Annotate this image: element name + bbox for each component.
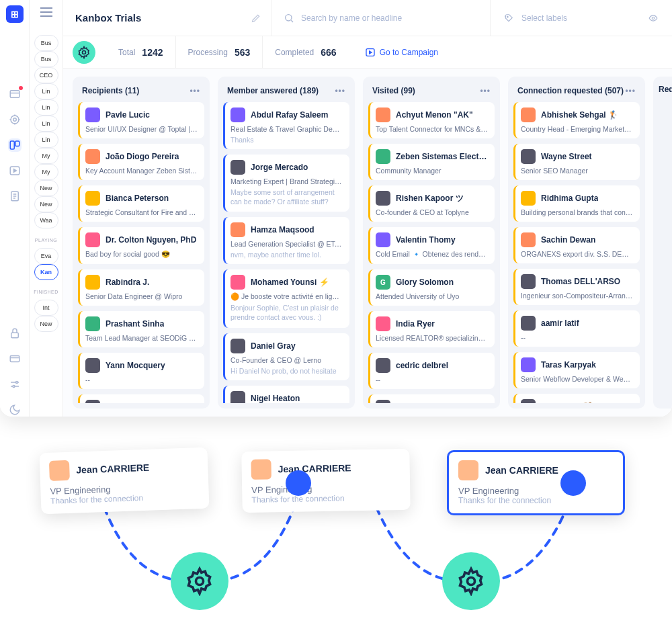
stat-processing: Processing563 [176,36,263,68]
svg-point-14 [83,50,86,54]
document-icon[interactable] [8,189,22,203]
person-card[interactable]: Abdul Rafay SaleemReal Estate & Travel G… [223,102,349,149]
campaign-list: BusBusCEOLinLinLinLinMyMyNewNewWaa PLAYI… [30,0,63,417]
column-menu-icon[interactable]: ••• [190,86,200,95]
finished-label: FINISHED [34,290,58,294]
svg-point-11 [286,14,292,20]
edit-icon[interactable] [251,13,261,24]
campaign-chip[interactable]: My [34,148,58,164]
campaign-chip[interactable]: Lin [34,83,58,99]
column-menu-icon[interactable]: ••• [480,86,491,95]
person-card[interactable]: Sachin DewanORGANEXS export div. S.S. DE… [513,227,640,263]
gear-node-2 [442,552,500,610]
board-column-ghost: Request [653,77,672,409]
avatar [376,108,390,122]
person-card[interactable]: Hamza MaqsoodLead Generation Specialist … [223,217,349,264]
campaign-chip[interactable]: Bus [34,51,58,67]
labels-cell[interactable]: Select labels [491,0,672,36]
card-subtitle: Key Account Manager Zeben Sistema… [85,167,198,175]
person-card[interactable]: Pavle LucicSenior UI/UX Designer @ Topta… [78,102,204,138]
person-card[interactable]: Daniel GrayCo-Founder & CEO @ LernoHi Da… [223,333,349,380]
lock-icon[interactable] [8,327,22,340]
card-name: Abdul Rafay Saleem [251,110,328,120]
illus-card-1[interactable]: Jean CARRIERE VP Engineering Thanks for … [39,447,209,515]
svg-point-16 [196,578,204,585]
person-card[interactable]: Prashant SinhaTeam Lead Manager at SEODi… [78,311,204,347]
person-card[interactable]: Abhishek Sehgal 🏌Country Head - Emerging… [513,102,640,138]
person-card[interactable]: aamir latif-- [513,310,640,347]
person-card[interactable]: Thomas DELL'ARSOIngenieur son-Compositeu… [513,269,640,305]
campaign-chip[interactable]: Kan [34,264,58,280]
board-icon[interactable] [8,138,22,152]
person-card[interactable]: Achyut Menon "AK"Top Talent Connector fo… [368,102,495,138]
person-card[interactable]: Wayne StreetSenior SEO Manager [513,144,640,180]
campaign-chip[interactable]: Eva [34,248,58,264]
sliders-icon[interactable] [8,378,22,391]
card-name: Valentin Thomy [396,235,456,245]
gear-badge[interactable] [73,41,95,64]
campaign-chip[interactable]: New [34,180,58,196]
campaign-chip[interactable]: New [34,196,58,212]
card-name: Ridhima Gupta [541,194,598,203]
person-card[interactable]: Bianca PetersonStrategic Consultant for … [78,185,204,222]
page-title-cell: Kanbox Trials [63,0,271,36]
campaign-chip[interactable]: CEO [34,67,58,83]
person-card[interactable]: India RyerLicensed REALTOR® specializing… [368,311,495,347]
svg-point-2 [13,118,16,122]
topbar: Kanbox Trials Search by name or headline… [63,0,672,36]
card-name: Mohamed Younsi ⚡ [251,277,329,287]
visibility-icon[interactable] [646,13,660,23]
svg-rect-7 [11,333,18,338]
search-cell[interactable]: Search by name or headline [271,0,491,36]
person-card[interactable]: Yann Mocquery-- [78,353,204,389]
person-card[interactable]: Ridhima GuptaBuilding personal brands th… [513,185,640,222]
target-icon[interactable] [8,113,22,126]
person-card[interactable]: Mohamed Younsi ⚡🟠 Je booste votre activi… [223,269,349,327]
card-subtitle: Real Estate & Travel Graphic Designe… [230,125,343,133]
play-icon[interactable] [8,164,22,177]
person-card[interactable]: Sarika Nikam [368,394,495,403]
card-name: Abhishek Sehgal 🏌 [541,110,618,120]
column-menu-icon[interactable]: ••• [335,86,345,95]
campaign-chip[interactable]: Lin [34,132,58,148]
person-card[interactable]: GGlory SolomonAttended University of Uyo [368,269,495,306]
illus-card-2[interactable]: Jean CARRIERE VP Engineering Thanks for … [241,449,411,513]
campaign-chip[interactable]: New [34,316,58,332]
person-card[interactable]: cedric delbrel-- [368,353,495,389]
person-card[interactable]: Valentin ThomyCold Email 🔹 Obtenez des r… [368,227,495,264]
hamburger-icon[interactable] [39,7,54,17]
campaign-chip[interactable]: Bus [34,35,58,51]
app-logo[interactable]: ⊞ [6,5,24,23]
avatar [376,149,390,164]
avatar: G [376,275,390,290]
card-subtitle: 🟠 Je booste votre activité en ligne | N… [230,292,343,301]
card-note: Maybe some sort of arrangement can be ma… [230,188,343,206]
person-card[interactable]: Jorge MercadoMarketing Expert | Brand St… [223,155,349,212]
avatar [376,316,390,331]
card-name: Yovan Gié 🐒 [541,402,592,403]
campaign-chip[interactable]: Int [34,300,58,316]
person-card[interactable]: Rishen Kapoor ツCo-founder & CEO at Toply… [368,185,495,222]
column-menu-icon[interactable]: ••• [625,86,636,95]
person-card[interactable]: João Diogo PereiraKey Account Manager Ze… [78,144,204,180]
card-name: Nigel Heaton [251,394,300,403]
person-card[interactable]: Rabindra J.Senior Data Engineer @ Wipro [78,269,204,306]
person-card[interactable]: Taras KarpyakSenior Webflow Developer & … [513,352,640,388]
person-card[interactable]: Zeben Sistemas Electrón…Community Manage… [368,144,495,180]
person-card[interactable]: Yovan Gié 🐒 [513,394,640,403]
card-icon[interactable] [8,352,22,366]
campaign-chip[interactable]: Lin [34,99,58,116]
moon-icon[interactable] [8,403,22,417]
person-card[interactable]: Nigel HeatonFounder & Owner at Cleversoc… [223,386,349,403]
avatar [521,357,536,372]
campaign-chip[interactable]: My [34,164,58,180]
card-name: Bianca Peterson [106,194,169,203]
board-column: Visited (99)•••Achyut Menon "AK"Top Tale… [363,77,500,409]
go-campaign-link[interactable]: Go to Campaign [365,47,438,58]
campaign-chip[interactable]: Lin [34,116,58,132]
illus-card-3[interactable]: Jean CARRIERE VP Engineering Thanks for … [447,450,625,515]
person-card[interactable]: Dr. Colton Nguyen, PhDBad boy for social… [78,227,204,264]
campaign-chip[interactable]: Waa [34,212,58,228]
person-card[interactable]: Rabah Aït Hamadouche [78,394,204,403]
inbox-icon[interactable] [8,87,22,101]
